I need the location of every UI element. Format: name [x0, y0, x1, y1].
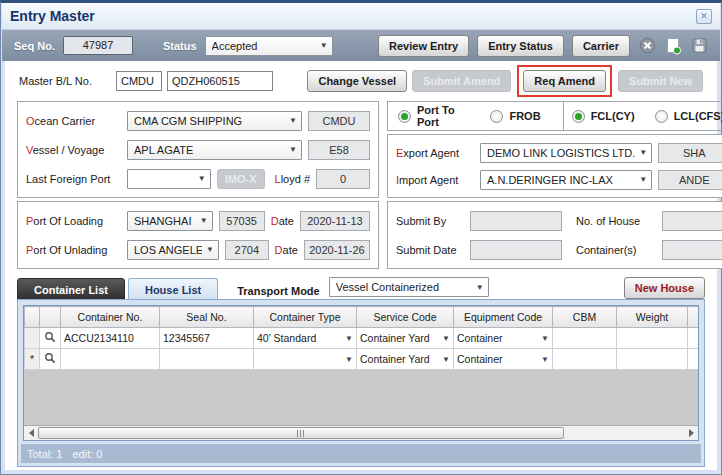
- req-amend-button[interactable]: Req Amend: [523, 70, 606, 92]
- sec-cell[interactable]: [688, 328, 700, 349]
- export-agent-dropdown[interactable]: DEMO LINK LOGISTICS LTD. ▼: [480, 143, 652, 163]
- master-bl-scac-input[interactable]: [116, 71, 162, 91]
- cancel-icon[interactable]: [638, 37, 656, 55]
- export-agent-code-field: SHA: [658, 143, 722, 163]
- move-type-group: Port To Port FROB: [398, 104, 555, 128]
- entry-status-button[interactable]: Entry Status: [477, 35, 564, 57]
- chevron-down-icon: ▼: [442, 334, 450, 343]
- col-seal-no[interactable]: Seal No.: [160, 307, 254, 328]
- carrier-button[interactable]: Carrier: [572, 35, 630, 57]
- sec-cell[interactable]: [688, 349, 700, 370]
- tab-container-list[interactable]: Container List: [17, 278, 125, 301]
- search-icon[interactable]: [40, 349, 61, 370]
- col-sec[interactable]: Sec: [688, 307, 700, 328]
- chevron-down-icon: ▼: [639, 175, 647, 184]
- import-agent-code-field: ANDE: [658, 170, 722, 190]
- carrier-group: Ocean Carrier CMA CGM SHIPPING ▼ CMDU Ve…: [17, 101, 379, 198]
- chevron-down-icon: ▼: [289, 116, 297, 125]
- import-agent-row: Import Agent A.N.DERINGER INC-LAX ▼ ANDE: [396, 166, 722, 193]
- import-agent-dropdown[interactable]: A.N.DERINGER INC-LAX ▼: [480, 170, 652, 190]
- new-document-icon[interactable]: [664, 37, 682, 55]
- ocean-carrier-label: Ocean Carrier: [26, 115, 121, 127]
- chevron-down-icon: ▼: [206, 245, 214, 254]
- port-of-loading-row: Port Of Loading SHANGHAI ▼ 57035 Date 20…: [26, 206, 370, 235]
- containers-label: Container(s): [576, 244, 656, 256]
- search-icon[interactable]: [40, 328, 61, 349]
- submit-by-label: Submit By: [396, 215, 464, 227]
- ocean-carrier-code-field: CMDU: [308, 111, 370, 131]
- service-code-cell[interactable]: Container Yard▼: [357, 349, 454, 370]
- content-area: Master B/L No. Change Vessel Submit Amen…: [5, 61, 717, 470]
- col-weight[interactable]: Weight: [617, 307, 688, 328]
- imo-x-button: IMO-X: [217, 169, 265, 189]
- entry-master-window: Entry Master ✕ Seq No. 47987 Status Acce…: [0, 0, 722, 475]
- unlading-port-code-field: 2704: [225, 240, 269, 260]
- submit-new-button: Submit New: [618, 70, 703, 92]
- close-icon[interactable]: ✕: [696, 9, 712, 24]
- submit-date-row: Submit Date Container(s): [396, 235, 722, 264]
- table-row-new: * ▼ Container Yard▼ Container▼: [25, 349, 700, 370]
- fcl-radio[interactable]: [572, 110, 585, 123]
- col-equipment-code[interactable]: Equipment Code: [454, 307, 553, 328]
- container-no-cell[interactable]: ACCU2134110: [61, 328, 160, 349]
- new-house-button[interactable]: New House: [624, 277, 705, 299]
- seq-no-field[interactable]: 47987: [63, 36, 133, 55]
- toolbar: Seq No. 47987 Status Accepted ▼ Review E…: [2, 30, 720, 61]
- equipment-code-cell[interactable]: Container▼: [454, 349, 553, 370]
- container-grid: Container No. Seal No. Container Type Se…: [23, 305, 699, 441]
- status-dropdown[interactable]: Accepted ▼: [205, 36, 333, 56]
- weight-cell[interactable]: [617, 349, 688, 370]
- container-no-cell[interactable]: [61, 349, 160, 370]
- chevron-down-icon: ▼: [541, 355, 549, 364]
- frob-radio[interactable]: [490, 110, 503, 123]
- last-foreign-port-label: Last Foreign Port: [26, 173, 121, 185]
- scrollbar-thumb[interactable]: [38, 427, 564, 439]
- col-service-code[interactable]: Service Code: [357, 307, 454, 328]
- req-amend-highlight: Req Amend: [517, 65, 612, 97]
- last-foreign-port-dropdown[interactable]: ▼: [127, 169, 211, 189]
- ocean-carrier-dropdown[interactable]: CMA CGM SHIPPING ▼: [127, 111, 302, 131]
- review-entry-button[interactable]: Review Entry: [378, 35, 469, 57]
- voyage-code-field: E58: [308, 140, 370, 160]
- port-to-port-radio[interactable]: [398, 110, 411, 123]
- port-of-unlading-row: Port Of Unlading LOS ANGELES ▼ 2704 Date…: [26, 235, 370, 264]
- col-container-type[interactable]: Container Type: [254, 307, 357, 328]
- seal-no-cell[interactable]: [160, 349, 254, 370]
- port-of-unlading-dropdown[interactable]: LOS ANGELES ▼: [127, 240, 219, 260]
- tab-house-list[interactable]: House List: [128, 278, 218, 301]
- agents-group: Export Agent DEMO LINK LOGISTICS LTD. ▼ …: [387, 134, 722, 198]
- import-agent-label: Import Agent: [396, 174, 474, 186]
- save-icon[interactable]: [690, 37, 708, 55]
- change-vessel-button[interactable]: Change Vessel: [307, 70, 407, 92]
- divider: [563, 102, 564, 130]
- unlading-date-label: Date: [275, 244, 298, 256]
- service-option-group: Port To Port FROB FCL(CY) LCL(CFS): [387, 101, 722, 131]
- container-type-cell[interactable]: 40' Standard▼: [254, 328, 357, 349]
- seal-no-cell[interactable]: 12345567: [160, 328, 254, 349]
- cbm-cell[interactable]: [553, 328, 617, 349]
- service-code-cell[interactable]: Container Yard▼: [357, 328, 454, 349]
- transport-mode-dropdown[interactable]: Vessel Containerized ▼: [329, 277, 489, 297]
- horizontal-scrollbar[interactable]: [24, 425, 698, 440]
- table-row: ACCU2134110 12345567 40' Standard▼ Conta…: [25, 328, 700, 349]
- scroll-right-icon[interactable]: [684, 426, 698, 440]
- loading-date-label: Date: [271, 215, 294, 227]
- loading-port-code-field: 57035: [219, 211, 265, 231]
- scroll-left-icon[interactable]: [24, 426, 38, 440]
- scrollbar-grip-icon: [297, 430, 304, 437]
- row-marker-cell: [25, 328, 40, 349]
- container-list-panel: Container No. Seal No. Container Type Se…: [17, 299, 705, 467]
- equipment-code-cell[interactable]: Container▼: [454, 328, 553, 349]
- master-bl-number-input[interactable]: [167, 71, 273, 91]
- container-type-cell[interactable]: ▼: [254, 349, 357, 370]
- grid-empty-area: [24, 370, 698, 425]
- vessel-dropdown[interactable]: APL AGATE ▼: [127, 140, 302, 160]
- export-agent-row: Export Agent DEMO LINK LOGISTICS LTD. ▼ …: [396, 139, 722, 166]
- col-container-no[interactable]: Container No.: [61, 307, 160, 328]
- col-cbm[interactable]: CBM: [553, 307, 617, 328]
- lcl-radio[interactable]: [655, 110, 668, 123]
- cbm-cell[interactable]: [553, 349, 617, 370]
- weight-cell[interactable]: [617, 328, 688, 349]
- tabs-row: Container List House List Transport Mode…: [5, 273, 717, 301]
- port-of-loading-dropdown[interactable]: SHANGHAI ▼: [127, 211, 213, 231]
